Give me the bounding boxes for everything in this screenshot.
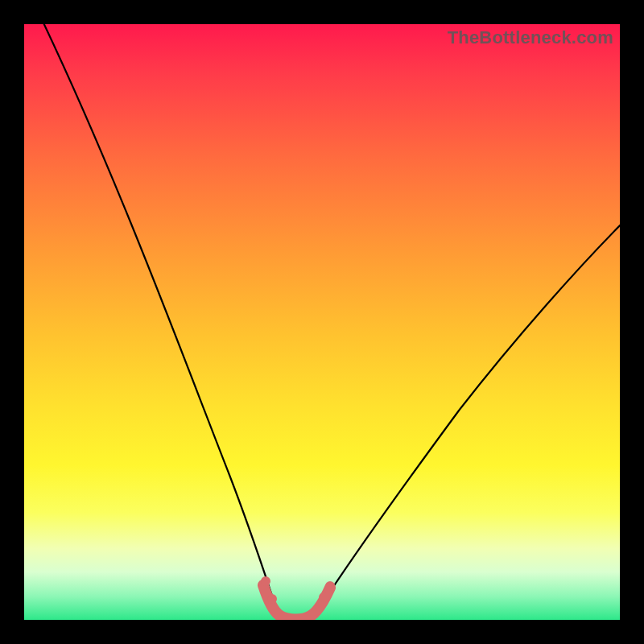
optimal-zone-dot	[261, 576, 270, 586]
chart-svg	[24, 24, 620, 620]
bottleneck-curve	[40, 24, 620, 619]
optimal-zone-dot	[325, 581, 335, 591]
plot-area: TheBottleneck.com	[24, 24, 620, 620]
chart-frame: TheBottleneck.com	[0, 0, 644, 644]
optimal-zone-dot	[267, 594, 277, 604]
optimal-zone-dot	[319, 592, 328, 602]
